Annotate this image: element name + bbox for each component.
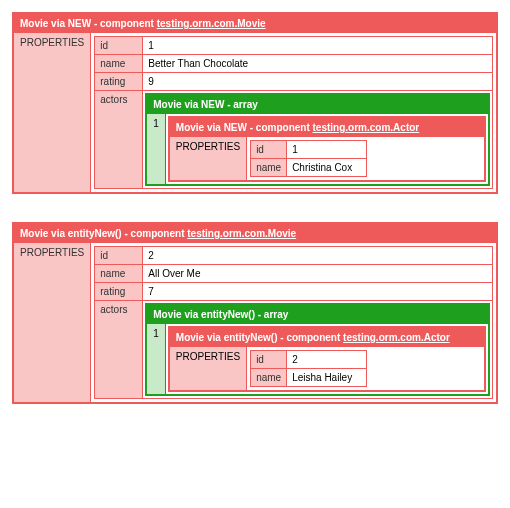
actor-val-name: Christina Cox [287, 159, 367, 177]
table-row: id 1 [95, 37, 493, 55]
properties-label: PROPERTIES [14, 33, 91, 192]
table-row: actors Movie via entityNew() - array 1 M… [95, 301, 493, 399]
array-index: 1 [147, 324, 166, 394]
table-row: name Better Than Chocolate [95, 55, 493, 73]
prop-val-rating: 9 [143, 73, 493, 91]
prop-key-rating: rating [95, 283, 143, 301]
properties-table: id 2 name All Over Me rating 7 actors Mo… [94, 246, 493, 399]
component-link[interactable]: testing.orm.com.Movie [157, 18, 266, 29]
actor-header: Movie via NEW - component testing.orm.co… [170, 118, 484, 137]
actor-key-name: name [251, 159, 287, 177]
array-header: Movie via entityNew() - array [147, 305, 488, 324]
actor-properties-table: id 1 name Christina Cox [250, 140, 367, 177]
actor-val-name: Leisha Hailey [287, 369, 367, 387]
table-row: name Christina Cox [251, 159, 367, 177]
dump-actor: Movie via NEW - component testing.orm.co… [168, 116, 486, 182]
array-content: Movie via NEW - component testing.orm.co… [166, 114, 488, 184]
prop-key-name: name [95, 265, 143, 283]
array-header: Movie via NEW - array [147, 95, 488, 114]
prop-val-actors: Movie via entityNew() - array 1 Movie vi… [143, 301, 493, 399]
actors-array: Movie via entityNew() - array 1 Movie vi… [145, 303, 490, 396]
array-body: 1 Movie via entityNew() - component test… [147, 324, 488, 394]
table-row: rating 7 [95, 283, 493, 301]
actor-component-link[interactable]: testing.orm.com.Actor [313, 122, 420, 133]
prop-val-id: 2 [143, 247, 493, 265]
actor-body: PROPERTIES id 2 [170, 347, 484, 390]
prop-key-actors: actors [95, 301, 143, 399]
dump-title-prefix: Movie via NEW - component [20, 18, 157, 29]
prop-val-name: All Over Me [143, 265, 493, 283]
properties-label: PROPERTIES [14, 243, 91, 402]
table-row: id 1 [251, 141, 367, 159]
dump-header: Movie via entityNew() - component testin… [14, 224, 496, 243]
actor-properties-content: id 1 name Christina Cox [247, 137, 484, 180]
dump-title-prefix: Movie via entityNew() - component [20, 228, 187, 239]
actor-properties-table: id 2 name Leisha Hailey [250, 350, 367, 387]
properties-content: id 1 name Better Than Chocolate rating 9… [91, 33, 496, 192]
table-row: id 2 [95, 247, 493, 265]
properties-content: id 2 name All Over Me rating 7 actors Mo… [91, 243, 496, 402]
prop-val-rating: 7 [143, 283, 493, 301]
prop-key-name: name [95, 55, 143, 73]
dump-header: Movie via NEW - component testing.orm.co… [14, 14, 496, 33]
table-row: name All Over Me [95, 265, 493, 283]
actor-header: Movie via entityNew() - component testin… [170, 328, 484, 347]
actor-properties-label: PROPERTIES [170, 347, 247, 390]
actor-val-id: 1 [287, 141, 367, 159]
actor-component-link[interactable]: testing.orm.com.Actor [343, 332, 450, 343]
prop-val-actors: Movie via NEW - array 1 Movie via NEW - … [143, 91, 493, 189]
table-row: actors Movie via NEW - array 1 Movie via… [95, 91, 493, 189]
dump-movie-0: Movie via NEW - component testing.orm.co… [12, 12, 498, 194]
actor-title-prefix: Movie via entityNew() - component [176, 332, 343, 343]
table-row: id 2 [251, 351, 367, 369]
actor-body: PROPERTIES id 1 [170, 137, 484, 180]
component-link[interactable]: testing.orm.com.Movie [187, 228, 296, 239]
prop-val-name: Better Than Chocolate [143, 55, 493, 73]
array-content: Movie via entityNew() - component testin… [166, 324, 488, 394]
prop-val-id: 1 [143, 37, 493, 55]
array-index: 1 [147, 114, 166, 184]
array-body: 1 Movie via NEW - component testing.orm.… [147, 114, 488, 184]
actor-properties-label: PROPERTIES [170, 137, 247, 180]
actors-array: Movie via NEW - array 1 Movie via NEW - … [145, 93, 490, 186]
actor-key-name: name [251, 369, 287, 387]
actor-key-id: id [251, 351, 287, 369]
prop-key-rating: rating [95, 73, 143, 91]
table-row: name Leisha Hailey [251, 369, 367, 387]
prop-key-id: id [95, 247, 143, 265]
dump-actor: Movie via entityNew() - component testin… [168, 326, 486, 392]
properties-table: id 1 name Better Than Chocolate rating 9… [94, 36, 493, 189]
table-row: rating 9 [95, 73, 493, 91]
actor-key-id: id [251, 141, 287, 159]
dump-movie-1: Movie via entityNew() - component testin… [12, 222, 498, 404]
prop-key-actors: actors [95, 91, 143, 189]
prop-key-id: id [95, 37, 143, 55]
actor-properties-content: id 2 name Leisha Hailey [247, 347, 484, 390]
actor-title-prefix: Movie via NEW - component [176, 122, 313, 133]
dump-body: PROPERTIES id 1 name Better Than Chocola… [14, 33, 496, 192]
actor-val-id: 2 [287, 351, 367, 369]
dump-body: PROPERTIES id 2 name All Over Me rating … [14, 243, 496, 402]
